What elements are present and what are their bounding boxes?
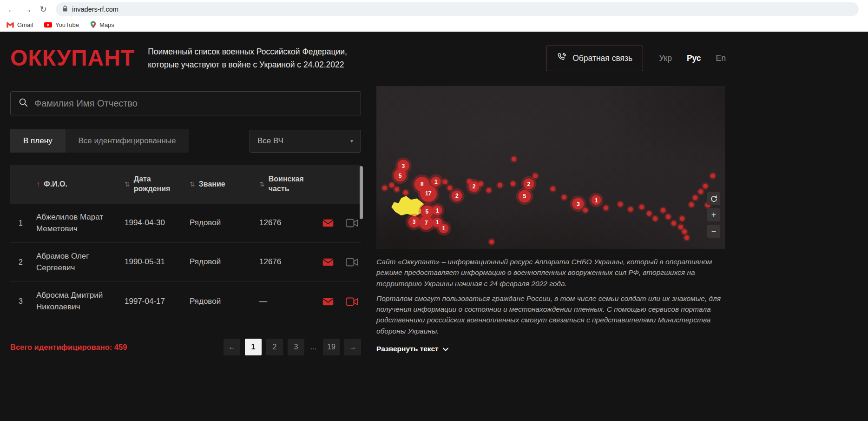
- tab-all-identified[interactable]: Все идентифицированные: [66, 129, 189, 153]
- zoom-in-icon[interactable]: +: [707, 208, 720, 221]
- table-row[interactable]: 3 Абросма Дмитрий Николаевич 1997-04-17 …: [10, 282, 361, 321]
- map-refresh-icon[interactable]: [707, 192, 720, 205]
- page-button-2[interactable]: 2: [266, 339, 283, 355]
- map-marker-dot[interactable]: [551, 187, 555, 191]
- map-marker-dot[interactable]: [479, 181, 483, 186]
- map-marker-dot[interactable]: [628, 207, 633, 212]
- map[interactable]: + − 358117222531513711: [376, 86, 725, 249]
- map-marker-dot[interactable]: [498, 183, 502, 187]
- map-cluster[interactable]: 1: [439, 223, 448, 233]
- total-identified: Всего идентифицировано: 459: [10, 343, 127, 352]
- url-text: invaders-rf.com: [72, 6, 118, 13]
- map-marker-dot[interactable]: [395, 187, 399, 192]
- address-bar[interactable]: invaders-rf.com: [56, 2, 859, 16]
- bookmark-label: Gmail: [17, 21, 33, 28]
- map-marker-dot[interactable]: [489, 240, 494, 244]
- back-icon[interactable]: ←: [5, 2, 19, 16]
- expand-text-link[interactable]: Развернуть текст: [376, 345, 725, 353]
- mail-icon[interactable]: [322, 298, 334, 306]
- bookmark-maps[interactable]: Maps: [90, 21, 114, 28]
- video-icon[interactable]: [346, 297, 358, 306]
- map-marker-dot[interactable]: [703, 184, 708, 188]
- map-cluster[interactable]: 2: [452, 190, 462, 201]
- map-marker-dot[interactable]: [666, 214, 671, 219]
- map-marker-dot[interactable]: [583, 208, 588, 213]
- table-scrollbar[interactable]: [360, 166, 363, 219]
- map-marker-dot[interactable]: [693, 195, 697, 200]
- mail-icon[interactable]: [322, 258, 334, 266]
- map-cluster[interactable]: 5: [394, 169, 407, 182]
- page-next-icon[interactable]: →: [344, 339, 361, 355]
- map-marker-dot[interactable]: [382, 186, 387, 190]
- about-paragraph: Порталом смогут пользоваться граждане Ро…: [376, 293, 725, 336]
- map-cluster[interactable]: 3: [572, 198, 584, 210]
- map-marker-dot[interactable]: [671, 221, 676, 226]
- pagination-ellipsis: ...: [309, 343, 318, 351]
- lang-ukr[interactable]: Укр: [659, 53, 672, 63]
- feedback-button[interactable]: Обратная связь: [546, 46, 643, 71]
- map-cluster[interactable]: 3: [408, 216, 420, 227]
- map-marker-dot[interactable]: [389, 183, 394, 187]
- col-unit[interactable]: ⇅ Воинская часть: [259, 174, 317, 194]
- map-marker-dot[interactable]: [443, 180, 447, 184]
- map-marker-dot[interactable]: [647, 211, 651, 216]
- bookmark-youtube[interactable]: YouTube: [44, 21, 79, 28]
- mail-icon[interactable]: [322, 219, 334, 227]
- zoom-out-icon[interactable]: −: [707, 225, 720, 238]
- map-marker-dot[interactable]: [661, 208, 665, 213]
- lang-rus[interactable]: Рус: [687, 53, 701, 63]
- page-button-1[interactable]: 1: [245, 339, 262, 355]
- page-button-3[interactable]: 3: [288, 339, 304, 355]
- map-cluster[interactable]: 2: [469, 181, 480, 192]
- bookmarks-bar: Gmail YouTube Maps: [0, 19, 868, 31]
- map-marker-dot[interactable]: [604, 206, 608, 210]
- bookmark-gmail[interactable]: Gmail: [7, 21, 33, 28]
- video-icon[interactable]: [346, 219, 358, 227]
- page-button-last[interactable]: 19: [323, 339, 340, 355]
- map-marker-dot[interactable]: [689, 202, 694, 207]
- map-marker-dot[interactable]: [618, 202, 623, 207]
- map-marker-dot[interactable]: [639, 205, 644, 209]
- col-dob[interactable]: ⇅ Дата рождения: [125, 174, 190, 194]
- map-marker-dot[interactable]: [512, 157, 516, 161]
- map-cluster[interactable]: 1: [592, 195, 601, 205]
- col-name[interactable]: ↑ Ф.И.О.: [36, 180, 125, 189]
- map-marker-dot[interactable]: [487, 188, 491, 193]
- map-marker-dot[interactable]: [684, 235, 689, 240]
- map-cluster[interactable]: 1: [431, 177, 441, 187]
- map-cluster[interactable]: 2: [523, 179, 534, 189]
- lang-en[interactable]: En: [716, 53, 726, 63]
- row-name: Абрамов Олег Сергеевич: [36, 251, 125, 274]
- map-cluster[interactable]: 7: [419, 216, 433, 230]
- map-marker-dot[interactable]: [533, 174, 538, 178]
- table-row[interactable]: 2 Абрамов Олег Сергеевич 1990-05-31 Рядо…: [10, 243, 361, 282]
- video-icon[interactable]: [346, 258, 358, 267]
- page-prev-icon[interactable]: ←: [224, 339, 240, 355]
- about-paragraph: Сайт «Оккупант» – информационный ресурс …: [376, 256, 725, 289]
- col-rank[interactable]: ⇅ Звание: [190, 180, 259, 189]
- forward-icon[interactable]: →: [20, 2, 34, 16]
- map-marker-dot[interactable]: [653, 216, 658, 221]
- map-marker-dot[interactable]: [680, 216, 684, 221]
- map-marker-dot[interactable]: [511, 181, 515, 186]
- reload-icon[interactable]: ↻: [36, 2, 50, 16]
- tab-captured[interactable]: В плену: [10, 129, 66, 153]
- site-subtitle: Поименный список военных Российской Феде…: [148, 46, 380, 71]
- map-cluster[interactable]: 5: [518, 190, 531, 202]
- map-marker-dot[interactable]: [682, 229, 687, 234]
- site-header: ОККУПАНТ Поименный список военных Россий…: [10, 46, 726, 71]
- map-marker-dot[interactable]: [447, 186, 452, 190]
- map-marker-dot[interactable]: [403, 190, 408, 195]
- military-unit-select[interactable]: Все ВЧ ▾: [250, 130, 361, 153]
- table-row[interactable]: 1 Абжелилов Марат Меметович 1994-04-30 Р…: [10, 204, 361, 243]
- row-name: Абжелилов Марат Меметович: [36, 212, 125, 234]
- lock-icon[interactable]: [62, 5, 68, 14]
- map-marker-dot[interactable]: [678, 225, 683, 229]
- map-cluster[interactable]: 1: [433, 206, 442, 215]
- map-cluster[interactable]: 17: [420, 185, 437, 202]
- map-marker-dot[interactable]: [710, 174, 715, 178]
- map-marker-dot[interactable]: [562, 195, 566, 200]
- col-rank-label: Звание: [199, 180, 225, 189]
- map-marker-dot[interactable]: [698, 189, 703, 194]
- search-input[interactable]: [34, 98, 353, 109]
